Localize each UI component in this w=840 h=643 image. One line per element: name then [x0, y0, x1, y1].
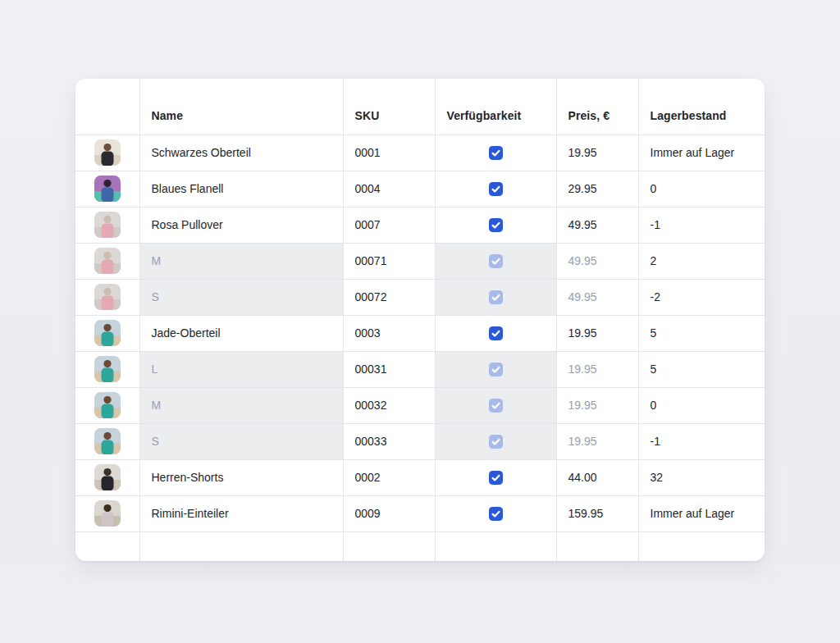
- product-price: 19.95: [568, 146, 597, 159]
- product-stock-cell: 5: [638, 351, 765, 387]
- product-price-cell: 159.95: [556, 495, 638, 531]
- product-sku: 0001: [355, 146, 381, 159]
- product-name-cell: S: [139, 423, 343, 459]
- availability-cell: [435, 279, 556, 315]
- product-name: Rosa Pullover: [152, 218, 223, 231]
- checkbox-checked-icon: [489, 254, 503, 268]
- product-name-cell: M: [139, 243, 343, 279]
- availability-cell: [435, 243, 556, 279]
- product-name: S: [152, 290, 159, 303]
- product-price: 49.95: [568, 254, 597, 267]
- table-row[interactable]: S 00033 19.95 -1: [75, 423, 765, 459]
- availability-cell: [435, 135, 556, 171]
- table-row[interactable]: Rosa Pullover 0007 49.95 -1: [75, 207, 765, 243]
- product-thumbnail: [94, 320, 121, 346]
- product-price: 44.00: [568, 471, 597, 484]
- product-name: Schwarzes Oberteil: [152, 146, 251, 159]
- empty-cell: [139, 531, 343, 561]
- availability-checkbox: [489, 363, 503, 376]
- checkbox-checked-icon: [489, 399, 503, 413]
- availability-checkbox[interactable]: [489, 182, 503, 196]
- product-price-cell: 19.95: [556, 387, 638, 423]
- product-stock: 32: [651, 471, 664, 484]
- product-name: S: [152, 435, 159, 448]
- availability-cell: [435, 351, 556, 387]
- page-background: Name SKU Verfügbarkeit Preis, € Lagerbes…: [0, 0, 840, 643]
- product-price: 19.95: [568, 399, 597, 412]
- products-table-card: Name SKU Verfügbarkeit Preis, € Lagerbes…: [75, 79, 765, 561]
- product-thumbnail: [94, 392, 121, 418]
- product-photo-placeholder: [94, 176, 121, 202]
- product-sku-cell: 0004: [343, 171, 435, 207]
- product-sku: 00032: [355, 399, 387, 412]
- table-row[interactable]: L 00031 19.95 5: [75, 351, 765, 387]
- product-photo-placeholder: [94, 139, 121, 166]
- availability-checkbox: [489, 290, 503, 304]
- checkbox-checked-icon: [489, 435, 503, 449]
- checkbox-checked-icon: [489, 146, 503, 160]
- product-name-cell: Rosa Pullover: [139, 207, 343, 243]
- product-name-cell: Herren-Shorts: [139, 459, 343, 495]
- table-row[interactable]: M 00032 19.95 0: [75, 387, 765, 423]
- product-stock-cell: -1: [638, 207, 765, 243]
- product-photo-placeholder: [94, 392, 121, 418]
- product-name-cell: Rimini-Einteiler: [139, 495, 343, 531]
- product-stock: 2: [651, 254, 657, 267]
- table-row[interactable]: Schwarzes Oberteil 0001 19.95 Immer auf …: [75, 135, 765, 171]
- product-thumbnail: [94, 356, 121, 382]
- product-photo-placeholder: [94, 284, 121, 310]
- table-row[interactable]: Herren-Shorts 0002 44.00 32: [75, 459, 765, 495]
- availability-cell: [435, 423, 556, 459]
- availability-checkbox[interactable]: [489, 471, 503, 485]
- products-table: Name SKU Verfügbarkeit Preis, € Lagerbes…: [75, 79, 765, 561]
- product-sku-cell: 0002: [343, 459, 435, 495]
- product-stock-cell: Immer auf Lager: [638, 495, 765, 531]
- product-sku-cell: 00072: [343, 279, 435, 315]
- thumbnail-cell: [75, 351, 139, 387]
- product-name-cell: Blaues Flanell: [139, 171, 343, 207]
- column-header-availability: Verfügbarkeit: [435, 79, 556, 135]
- product-sku-cell: 0007: [343, 207, 435, 243]
- product-sku-cell: 00033: [343, 423, 435, 459]
- table-row[interactable]: Blaues Flanell 0004 29.95 0: [75, 171, 765, 207]
- thumbnail-cell: [75, 495, 139, 531]
- product-price-cell: 19.95: [556, 423, 638, 459]
- column-header-sku: SKU: [343, 79, 435, 135]
- product-price: 49.95: [568, 218, 597, 231]
- thumbnail-cell: [75, 207, 139, 243]
- thumbnail-cell: [75, 387, 139, 423]
- product-photo-placeholder: [94, 320, 121, 346]
- availability-checkbox[interactable]: [489, 146, 503, 160]
- product-price-cell: 49.95: [556, 207, 638, 243]
- product-name-cell: S: [139, 279, 343, 315]
- product-stock: 5: [651, 363, 657, 376]
- product-thumbnail: [94, 176, 121, 202]
- availability-cell: [435, 207, 556, 243]
- product-price-cell: 49.95: [556, 279, 638, 315]
- empty-cell: [343, 531, 435, 561]
- availability-checkbox[interactable]: [489, 507, 503, 521]
- table-row[interactable]: Rimini-Einteiler 0009 159.95 Immer auf L…: [75, 495, 765, 531]
- availability-cell: [435, 315, 556, 351]
- product-sku: 00031: [355, 363, 387, 376]
- product-sku-cell: 00031: [343, 351, 435, 387]
- table-row[interactable]: M 00071 49.95 2: [75, 243, 765, 279]
- product-stock: -1: [651, 435, 660, 448]
- product-name: Blaues Flanell: [152, 182, 224, 195]
- column-header-name: Name: [139, 79, 343, 135]
- checkbox-checked-icon: [489, 326, 503, 340]
- product-thumbnail: [94, 139, 121, 166]
- product-name: L: [152, 363, 158, 376]
- table-row[interactable]: S 00072 49.95 -2: [75, 279, 765, 315]
- product-sku-cell: 00032: [343, 387, 435, 423]
- availability-checkbox[interactable]: [489, 218, 503, 232]
- thumbnail-cell: [75, 459, 139, 495]
- table-row[interactable]: Jade-Oberteil 0003 19.95 5: [75, 315, 765, 351]
- availability-checkbox: [489, 254, 503, 268]
- product-thumbnail: [94, 212, 121, 238]
- product-price: 19.95: [568, 363, 597, 376]
- availability-checkbox[interactable]: [489, 326, 503, 340]
- empty-cell: [75, 531, 139, 561]
- availability-cell: [435, 171, 556, 207]
- product-stock: 0: [651, 182, 657, 195]
